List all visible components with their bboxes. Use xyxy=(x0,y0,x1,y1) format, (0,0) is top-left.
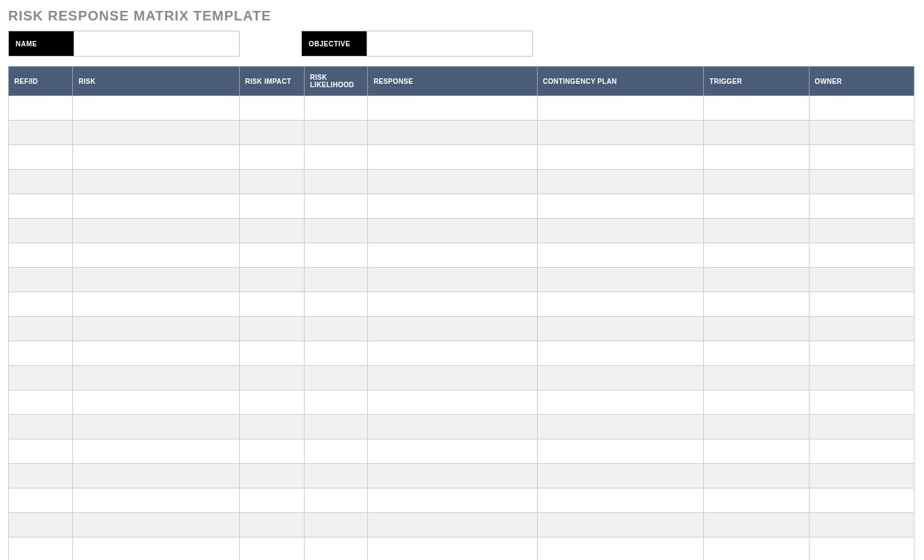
cell-input-response[interactable] xyxy=(372,243,533,267)
cell-input-contingency[interactable] xyxy=(542,170,700,193)
cell-input-contingency[interactable] xyxy=(542,366,700,390)
cell-input-risk_impact[interactable] xyxy=(244,145,300,169)
cell-input-risk_impact[interactable] xyxy=(244,317,300,341)
cell-input-contingency[interactable] xyxy=(542,317,700,341)
cell-input-response[interactable] xyxy=(372,415,533,439)
cell-input-risk_impact[interactable] xyxy=(244,268,300,292)
cell-input-trigger[interactable] xyxy=(708,415,804,439)
cell-input-owner[interactable] xyxy=(814,194,910,218)
cell-input-risk_likelihood[interactable] xyxy=(309,268,363,292)
cell-input-ref_id[interactable] xyxy=(13,464,68,488)
cell-input-response[interactable] xyxy=(372,439,533,463)
objective-input[interactable] xyxy=(367,31,533,57)
cell-input-owner[interactable] xyxy=(814,464,910,488)
cell-input-contingency[interactable] xyxy=(542,219,700,243)
cell-input-trigger[interactable] xyxy=(708,121,804,144)
name-input[interactable] xyxy=(74,31,240,57)
cell-input-risk[interactable] xyxy=(77,513,235,537)
cell-input-owner[interactable] xyxy=(814,121,910,144)
cell-input-ref_id[interactable] xyxy=(13,488,68,512)
cell-input-risk_impact[interactable] xyxy=(244,464,300,488)
cell-input-trigger[interactable] xyxy=(708,513,804,537)
cell-input-risk[interactable] xyxy=(77,194,235,218)
cell-input-response[interactable] xyxy=(372,366,533,390)
cell-input-risk_impact[interactable] xyxy=(244,341,300,365)
cell-input-owner[interactable] xyxy=(814,170,910,193)
cell-input-owner[interactable] xyxy=(814,219,910,243)
cell-input-owner[interactable] xyxy=(814,366,910,390)
cell-input-risk_impact[interactable] xyxy=(244,415,300,439)
cell-input-risk_likelihood[interactable] xyxy=(309,243,363,267)
cell-input-contingency[interactable] xyxy=(542,488,700,512)
cell-input-risk_impact[interactable] xyxy=(244,390,300,414)
cell-input-risk_impact[interactable] xyxy=(244,439,300,463)
cell-input-risk_impact[interactable] xyxy=(244,292,300,316)
cell-input-ref_id[interactable] xyxy=(13,439,68,463)
cell-input-owner[interactable] xyxy=(814,268,910,292)
cell-input-risk_likelihood[interactable] xyxy=(309,145,363,169)
cell-input-risk[interactable] xyxy=(77,464,235,488)
cell-input-ref_id[interactable] xyxy=(13,145,68,169)
cell-input-response[interactable] xyxy=(372,268,533,292)
cell-input-response[interactable] xyxy=(372,538,533,560)
cell-input-risk_likelihood[interactable] xyxy=(309,194,363,218)
cell-input-risk_impact[interactable] xyxy=(244,121,300,144)
cell-input-owner[interactable] xyxy=(814,96,910,120)
cell-input-trigger[interactable] xyxy=(708,194,804,218)
cell-input-trigger[interactable] xyxy=(708,538,804,560)
cell-input-risk_impact[interactable] xyxy=(244,538,300,560)
cell-input-owner[interactable] xyxy=(814,317,910,341)
cell-input-trigger[interactable] xyxy=(708,243,804,267)
cell-input-trigger[interactable] xyxy=(708,317,804,341)
cell-input-owner[interactable] xyxy=(814,488,910,512)
cell-input-risk_likelihood[interactable] xyxy=(309,390,363,414)
cell-input-risk[interactable] xyxy=(77,121,235,144)
cell-input-risk_likelihood[interactable] xyxy=(309,464,363,488)
cell-input-risk_likelihood[interactable] xyxy=(309,341,363,365)
cell-input-risk_impact[interactable] xyxy=(244,243,300,267)
cell-input-owner[interactable] xyxy=(814,538,910,560)
cell-input-trigger[interactable] xyxy=(708,439,804,463)
cell-input-contingency[interactable] xyxy=(542,268,700,292)
cell-input-ref_id[interactable] xyxy=(13,194,68,218)
cell-input-response[interactable] xyxy=(372,194,533,218)
cell-input-owner[interactable] xyxy=(814,341,910,365)
cell-input-risk_likelihood[interactable] xyxy=(309,121,363,144)
cell-input-trigger[interactable] xyxy=(708,96,804,120)
cell-input-trigger[interactable] xyxy=(708,341,804,365)
cell-input-ref_id[interactable] xyxy=(13,96,68,120)
cell-input-risk[interactable] xyxy=(77,219,235,243)
cell-input-risk[interactable] xyxy=(77,145,235,169)
cell-input-owner[interactable] xyxy=(814,145,910,169)
cell-input-trigger[interactable] xyxy=(708,464,804,488)
cell-input-contingency[interactable] xyxy=(542,538,700,560)
cell-input-risk_likelihood[interactable] xyxy=(309,439,363,463)
cell-input-risk_likelihood[interactable] xyxy=(309,366,363,390)
cell-input-risk_likelihood[interactable] xyxy=(309,96,363,120)
cell-input-risk[interactable] xyxy=(77,317,235,341)
cell-input-contingency[interactable] xyxy=(542,96,700,120)
cell-input-risk[interactable] xyxy=(77,170,235,193)
cell-input-risk_likelihood[interactable] xyxy=(309,513,363,537)
cell-input-ref_id[interactable] xyxy=(13,292,68,316)
cell-input-risk[interactable] xyxy=(77,439,235,463)
cell-input-response[interactable] xyxy=(372,292,533,316)
cell-input-risk[interactable] xyxy=(77,390,235,414)
cell-input-contingency[interactable] xyxy=(542,341,700,365)
cell-input-response[interactable] xyxy=(372,96,533,120)
cell-input-contingency[interactable] xyxy=(542,145,700,169)
cell-input-trigger[interactable] xyxy=(708,145,804,169)
cell-input-risk_impact[interactable] xyxy=(244,488,300,512)
cell-input-ref_id[interactable] xyxy=(13,121,68,144)
cell-input-response[interactable] xyxy=(372,145,533,169)
cell-input-risk_impact[interactable] xyxy=(244,366,300,390)
cell-input-risk[interactable] xyxy=(77,341,235,365)
cell-input-ref_id[interactable] xyxy=(13,268,68,292)
cell-input-response[interactable] xyxy=(372,464,533,488)
cell-input-contingency[interactable] xyxy=(542,292,700,316)
cell-input-owner[interactable] xyxy=(814,513,910,537)
cell-input-response[interactable] xyxy=(372,170,533,193)
cell-input-risk[interactable] xyxy=(77,538,235,560)
cell-input-ref_id[interactable] xyxy=(13,366,68,390)
cell-input-risk[interactable] xyxy=(77,488,235,512)
